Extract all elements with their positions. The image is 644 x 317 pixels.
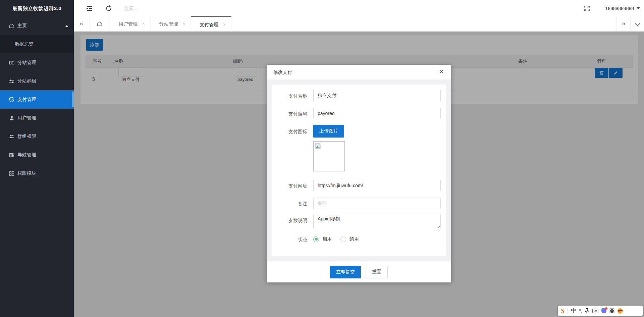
tabs-scroll-left-button[interactable]: « — [74, 16, 90, 31]
tab-home[interactable] — [90, 16, 110, 31]
close-tab-icon[interactable]: × — [183, 16, 185, 31]
ime-ai-icon[interactable] — [601, 308, 606, 313]
remark-field[interactable] — [313, 198, 441, 209]
close-icon[interactable]: × — [436, 65, 446, 80]
sidebar-item-payment-mgmt[interactable]: 支付管理 — [0, 90, 74, 109]
user-icon — [9, 115, 15, 121]
refresh-icon[interactable] — [105, 5, 112, 12]
ime-punctuation-icon[interactable]: °, — [579, 308, 582, 313]
modules-icon — [9, 170, 15, 176]
fullscreen-icon[interactable] — [584, 5, 590, 12]
home-icon — [9, 23, 15, 29]
tab-substation-mgmt[interactable]: 分站管理 × — [151, 16, 191, 31]
topbar: 18888888888 — [74, 0, 644, 17]
tabbar-right-controls: » — [616, 16, 644, 31]
users-icon — [9, 134, 15, 140]
tab-label: 分站管理 — [159, 16, 178, 31]
sidebar-item-user-mgmt[interactable]: 用户管理 — [0, 109, 74, 127]
sidebar-item-label: 权限模块 — [17, 164, 74, 182]
chevron-down-icon — [635, 21, 640, 27]
sidebar-item-substation-mgmt[interactable]: 分站管理 — [0, 53, 74, 72]
field-label-name: 支付名称 — [288, 93, 307, 99]
ime-mode-chinese[interactable]: 中 — [571, 307, 576, 314]
modal-header: 修改支付 × — [267, 65, 451, 80]
sidebar-item-home[interactable]: 主页 — [0, 16, 74, 35]
sidebar-item-label: 支付管理 — [17, 90, 74, 109]
modal-title: 修改支付 — [273, 69, 292, 75]
sidebar-item-label: 分站群组 — [17, 72, 74, 90]
sidebar: 最新独立收款进群2.0 主页 数据总览 分站管理 — [0, 0, 74, 317]
tabbar: « 用户管理 × 分站管理 × 支付管理 × » — [74, 16, 644, 32]
user-menu[interactable]: 18888888888 — [605, 0, 640, 16]
sidebar-item-data-overview[interactable]: 数据总览 — [0, 35, 74, 53]
payment-code-field[interactable] — [313, 108, 441, 119]
payment-name-field[interactable] — [313, 90, 441, 101]
field-label-icon: 支付图标 — [288, 128, 307, 135]
tab-user-mgmt[interactable]: 用户管理 × — [110, 16, 151, 31]
sidebar-item-nav-mgmt[interactable]: 导航管理 — [0, 146, 74, 164]
books-icon — [9, 152, 15, 158]
modal-body: 支付名称 支付编码 支付图标 上传图片 支付网址 — [267, 80, 451, 261]
chevron-down-icon — [637, 7, 640, 9]
search-input[interactable] — [123, 3, 199, 13]
ime-emoji-icon[interactable] — [618, 308, 623, 314]
collapse-sidebar-icon[interactable] — [86, 5, 93, 12]
upload-image-button[interactable]: 上传图片 — [313, 125, 344, 138]
sidebar-item-label: 导航管理 — [17, 146, 74, 164]
tabs-menu-button[interactable] — [630, 16, 644, 31]
status-radio-group: 启用 禁用 — [313, 235, 359, 244]
sliders-icon — [9, 78, 15, 84]
modal-form-panel: 支付名称 支付编码 支付图标 上传图片 支付网址 — [272, 85, 446, 256]
ime-toolbox-grid-icon[interactable] — [609, 308, 614, 313]
sidebar-scrollbar-thumb — [72, 92, 74, 107]
payment-icon-preview — [313, 141, 345, 171]
params-textarea[interactable]: Appid|秘钥 — [313, 214, 441, 229]
ime-toolbar: S 中 °, — [558, 306, 643, 316]
sidebar-item-group-perms[interactable]: 群组权限 — [0, 127, 74, 146]
radio-selected-icon — [313, 236, 319, 242]
radio-disabled[interactable]: 禁用 — [340, 236, 359, 242]
content-area: 添加 序号 名称 编码 备注 管理 5 独立支付 payoreo — [74, 31, 644, 317]
sidebar-item-label: 分站管理 — [17, 53, 74, 72]
radio-unselected-icon — [340, 236, 346, 242]
microphone-icon[interactable] — [584, 308, 589, 314]
home-icon — [97, 21, 103, 27]
payment-url-field[interactable] — [313, 180, 441, 191]
tab-payment-mgmt[interactable]: 支付管理 × — [191, 16, 231, 32]
field-label-status: 状态 — [298, 236, 307, 243]
sidebar-item-label: 用户管理 — [17, 109, 74, 127]
shield-check-icon — [9, 97, 15, 103]
user-phone: 18888888888 — [605, 6, 634, 11]
close-tab-icon[interactable]: × — [142, 16, 145, 31]
sidebar-nav: 主页 数据总览 分站管理 分站群组 — [0, 16, 74, 182]
tab-label: 支付管理 — [200, 17, 218, 32]
sogou-logo-icon[interactable]: S — [561, 308, 565, 314]
field-label-remark: 备注 — [298, 200, 307, 207]
tab-label: 用户管理 — [119, 16, 138, 31]
field-label-code: 支付编码 — [288, 110, 307, 117]
modal-footer: 立即提交 重置 — [267, 261, 451, 282]
panels-icon — [9, 60, 15, 66]
keyboard-icon[interactable] — [592, 309, 598, 313]
sidebar-item-substation-groups[interactable]: 分站群组 — [0, 72, 74, 90]
divider — [568, 308, 568, 314]
radio-label: 禁用 — [350, 236, 359, 242]
app-logo-title: 最新独立收款进群2.0 — [0, 0, 74, 16]
radio-label: 启用 — [322, 236, 332, 242]
reset-button[interactable]: 重置 — [366, 266, 388, 278]
field-label-url: 支付网址 — [288, 182, 307, 189]
sidebar-item-label: 数据总览 — [15, 35, 74, 53]
tabs-scroll-right-button[interactable]: » — [616, 16, 630, 31]
sidebar-item-label: 群组权限 — [17, 127, 74, 146]
close-tab-icon[interactable]: × — [223, 17, 226, 32]
chevron-up-icon — [65, 25, 68, 27]
broken-image-icon — [315, 143, 321, 149]
radio-enabled[interactable]: 启用 — [313, 236, 332, 242]
edit-payment-modal: 修改支付 × 支付名称 支付编码 支付图标 上传图片 — [267, 65, 451, 282]
field-label-params: 参数说明 — [288, 217, 307, 224]
sidebar-item-perm-modules[interactable]: 权限模块 — [0, 164, 74, 182]
submit-button[interactable]: 立即提交 — [330, 266, 361, 278]
app-window: 最新独立收款进群2.0 主页 数据总览 分站管理 — [0, 0, 644, 317]
